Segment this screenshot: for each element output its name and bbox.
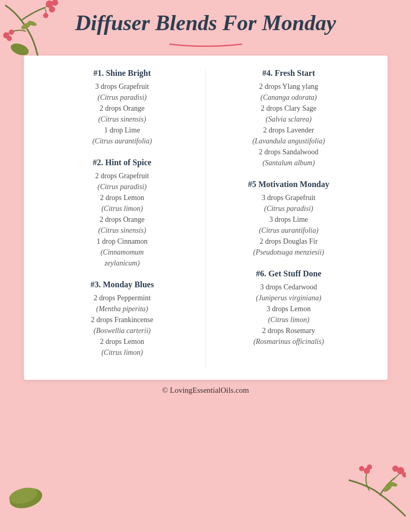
blend-1-title: #1. Shine Bright (47, 69, 197, 78)
blend-2-ingredient-1: 2 drops Grapefruit(Citrus paradisi) (47, 170, 197, 192)
svg-point-14 (359, 466, 364, 471)
blend-3-title: #3. Monday Blues (47, 280, 197, 289)
blends-grid: #1. Shine Bright 3 drops Grapefruit(Citr… (39, 69, 372, 369)
right-column: #4. Fresh Start 2 drops Ylang ylang(Cana… (206, 69, 372, 369)
blend-2-title: #2. Hint of Spice (47, 158, 197, 167)
blend-5-ingredient-3: 2 drops Douglas Fir(Pseudotsuga menziesi… (214, 236, 364, 258)
blend-2-ingredient-2: 2 drops Lemon(Citrus limon) (47, 192, 197, 214)
blend-6-section: #6. Get Stuff Done 3 drops Cedarwood(Jun… (214, 269, 364, 347)
svg-point-9 (9, 41, 31, 57)
blend-3-ingredient-3: 2 drops Lemon(Citrus limon) (47, 336, 197, 358)
blend-2-ingredient-4: 1 drop Cinnamon(Cinnamomumzeylanicum) (47, 236, 197, 269)
svg-point-15 (367, 464, 372, 470)
blend-4-ingredient-3: 2 drops Lavender(Lavandula angustifolia) (214, 125, 364, 147)
blend-6-title: #6. Get Stuff Done (214, 269, 364, 278)
blend-5-ingredient-2: 3 drops Lime(Citrus aurantifolia) (214, 214, 364, 236)
main-card: #1. Shine Bright 3 drops Grapefruit(Citr… (24, 56, 388, 380)
blend-5-ingredient-1: 3 drops Grapefruit(Citrus paradisi) (214, 192, 364, 214)
blend-4-ingredient-1: 2 drops Ylang ylang(Cananga odorata) (214, 81, 364, 103)
blend-4-section: #4. Fresh Start 2 drops Ylang ylang(Cana… (214, 69, 364, 168)
blend-4-title: #4. Fresh Start (214, 69, 364, 78)
decorative-leaf-bottom-left (5, 475, 47, 516)
svg-point-3 (43, 13, 48, 18)
blend-4-ingredient-2: 2 drops Clary Sage(Salvia sclarea) (214, 103, 364, 125)
svg-point-2 (49, 6, 55, 12)
page-background: Diffuser Blends For Monday #1. Shine Bri… (0, 0, 411, 532)
blend-1-ingredient-3: 1 drop Lime(Citrus aurantifolia) (47, 125, 197, 147)
blend-1-section: #1. Shine Bright 3 drops Grapefruit(Citr… (47, 69, 197, 147)
blend-3-section: #3. Monday Blues 2 drops Peppermint(Ment… (47, 280, 197, 358)
blend-6-ingredient-1: 3 drops Cedarwood(Juniperus virginiana) (214, 282, 364, 303)
blend-4-ingredient-4: 2 drops Sandalwood(Santalum album) (214, 147, 364, 168)
footer: © LovingEssentialOils.com (162, 386, 249, 395)
title-decoration (164, 39, 247, 49)
blend-3-ingredient-1: 2 drops Peppermint(Mentha piperita) (47, 292, 197, 314)
svg-point-5 (9, 30, 14, 35)
blend-3-ingredient-2: 2 drops Frankincense(Boswellia carterii) (47, 314, 197, 336)
blend-5-section: #5 Motivation Monday 3 drops Grapefruit(… (214, 180, 364, 258)
svg-point-6 (7, 36, 12, 41)
svg-point-11 (392, 466, 399, 472)
blend-5-title: #5 Motivation Monday (214, 180, 364, 189)
left-column: #1. Shine Bright 3 drops Grapefruit(Citr… (39, 69, 206, 369)
blend-2-ingredient-3: 2 drops Orange(Citrus sinensis) (47, 214, 197, 236)
footer-text: © LovingEssentialOils.com (162, 386, 249, 394)
blend-1-ingredient-2: 2 drops Orange(Citrus sinensis) (47, 103, 197, 125)
blend-6-ingredient-2: 3 drops Lemon(Citrus limon) (214, 303, 364, 325)
decorative-branch-bottom-right (338, 464, 406, 516)
blend-1-ingredient-1: 3 drops Grapefruit(Citrus paradisi) (47, 81, 197, 103)
blend-2-section: #2. Hint of Spice 2 drops Grapefruit(Cit… (47, 158, 197, 269)
page-title: Diffuser Blends For Monday (75, 10, 336, 35)
blend-6-ingredient-3: 2 drops Rosemary(Rosmarinus officinalis) (214, 325, 364, 347)
